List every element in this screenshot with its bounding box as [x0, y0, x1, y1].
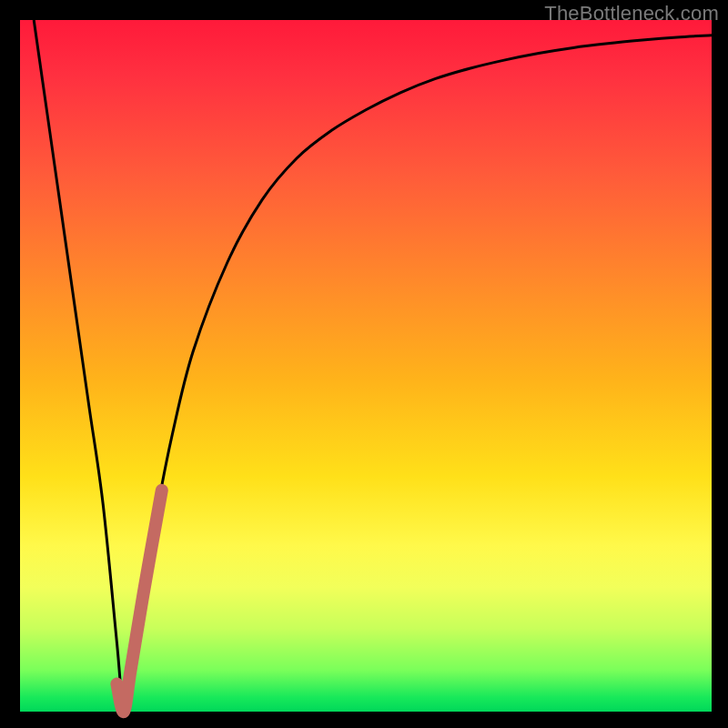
watermark-text: TheBottleneck.com [544, 2, 719, 25]
chart-frame: TheBottleneck.com [0, 0, 728, 728]
chart-svg [20, 20, 712, 712]
highlight-segment [116, 490, 161, 712]
plot-area [20, 20, 712, 712]
